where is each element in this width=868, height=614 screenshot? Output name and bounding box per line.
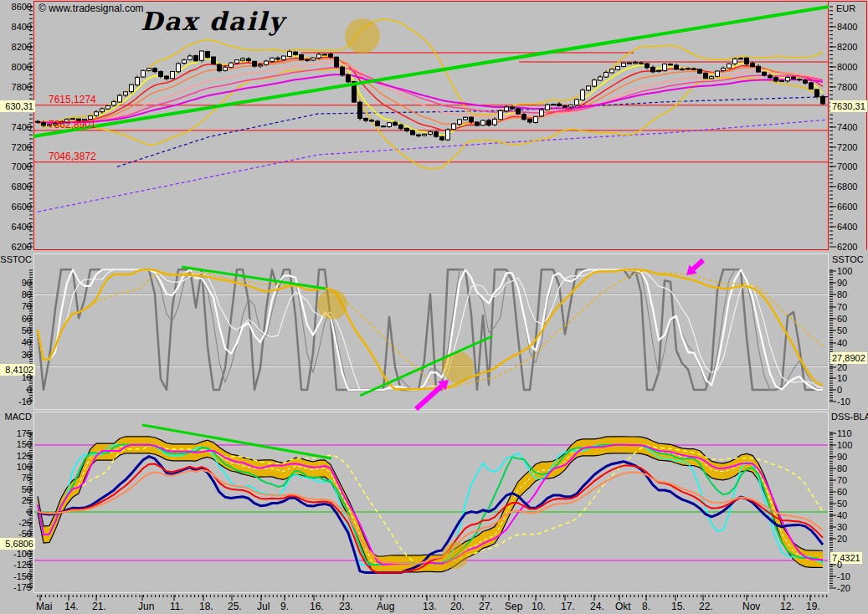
sstoc-axis-tick-right: 80 [837, 289, 847, 300]
sstoc-axis-tick-right: 100 [837, 266, 852, 277]
macd-axis-tick-left: 25 [22, 495, 32, 506]
dss-axis-tick-right: 60 [837, 487, 847, 498]
right-axis-currency-label: EUR [836, 3, 855, 14]
date-axis-label: 23. [339, 601, 353, 612]
macd-panel [34, 437, 828, 573]
sstoc-axis-tick-left: 30 [22, 350, 32, 361]
dss-axis-tick-right: -10 [837, 571, 850, 582]
date-axis-label: 19. [806, 601, 820, 612]
copyright: © www.tradesignal.com [39, 3, 144, 14]
current-price-label-right: 7630,31 [830, 100, 867, 112]
sstoc-axis-tick-right: 50 [837, 325, 847, 336]
sstoc-axis-tick-left: 90 [22, 278, 32, 289]
sstoc-axis-tick-left: 60 [22, 314, 32, 325]
sstoc-axis-tick-right: 0 [837, 385, 842, 396]
price-axis-tick-left: 7800 [12, 82, 32, 93]
macd-axis-tick-left: -125 [13, 560, 32, 571]
sstoc-axis-tick-left: 40 [22, 337, 32, 348]
date-axis-label: Jul [257, 601, 270, 612]
price-level-label: 7046,3872 [49, 151, 96, 162]
sstoc-title-right: SSTOC [832, 254, 864, 265]
sstoc-axis-tick-right: 90 [837, 278, 847, 289]
price-level-label: 7615,1274 [49, 95, 96, 105]
panel-borders [34, 2, 867, 593]
macd-axis-tick-left: -150 [13, 571, 32, 582]
price-axis-tick-left: 7000 [12, 161, 32, 172]
date-axis-label: 12. [780, 601, 794, 612]
date-axis-label: Mai [36, 601, 52, 612]
date-axis-label: 16. [310, 601, 324, 612]
tradesignal-chart-window: © www.tradesignal.com Dax daily EUR SSTO… [0, 0, 868, 614]
current-dss-label-right: 7,4321 [830, 552, 862, 564]
dss-axis-tick-right: 30 [837, 522, 847, 533]
sstoc-axis-tick-right: -10 [837, 397, 850, 407]
price-axis-tick-right: 6800 [837, 182, 857, 192]
chart-plot-area[interactable] [0, 0, 868, 614]
dss-axis-tick-right: 110 [837, 428, 852, 439]
sstoc-axis-tick-right: 10 [837, 373, 847, 384]
sstoc-axis-tick-left: 50 [22, 325, 32, 336]
chart-title: Dax daily [141, 7, 285, 36]
current-sstoc-label-right: 27,8902 [830, 352, 867, 364]
macd-axis-tick-left: 0 [27, 507, 32, 518]
price-axis-tick-right: 6600 [837, 202, 857, 212]
macd-title-left: MACD [5, 412, 32, 422]
macd-axis-tick-left: -100 [13, 549, 32, 560]
price-axis-tick-left: 8400 [12, 22, 32, 33]
date-axis-label: 25. [228, 601, 242, 612]
dss-axis-tick-right: 90 [837, 452, 847, 463]
dss-axis-tick-right: 100 [837, 440, 852, 451]
price-axis-tick-left: 6400 [12, 222, 32, 233]
current-macd-label-left: 5,6806 [0, 538, 35, 550]
price-axis-tick-right: 7400 [837, 122, 857, 133]
date-axis-label: 24. [590, 601, 604, 612]
date-axis-label: 21. [92, 601, 106, 612]
macd-axis-tick-left: -25 [18, 518, 32, 529]
sstoc-axis-tick-left: -10 [18, 397, 32, 407]
macd-axis-tick-left: 75 [22, 473, 32, 484]
date-axis-label: Jun [138, 601, 154, 612]
sstoc-title-left: SSTOC [0, 254, 32, 265]
dss-axis-tick-right: 40 [837, 510, 847, 521]
price-axis-tick-right: 6200 [837, 242, 857, 253]
macd-axis-tick-left: 150 [17, 439, 32, 450]
price-level-label: 7362,8901 [49, 120, 96, 130]
price-axis-tick-left: 7200 [12, 142, 32, 153]
date-axis-label: 15. [671, 601, 686, 612]
sstoc-axis-tick-right: 60 [837, 314, 847, 325]
date-axis-label: 9. [280, 601, 289, 612]
date-axis-label: 17. [561, 601, 575, 612]
sstoc-axis-tick-left: 10 [22, 372, 32, 383]
macd-axis-tick-left: -50 [18, 529, 32, 540]
price-axis-tick-right: 7200 [837, 142, 857, 153]
date-axis-label: 20. [450, 601, 465, 612]
price-axis-tick-left: 6200 [12, 242, 32, 253]
date-axis-label: 13. [423, 601, 437, 612]
macd-axis-tick-left: 125 [17, 451, 32, 462]
macd-title-right: DSS-BLA [831, 412, 868, 422]
dss-axis-tick-right: 50 [837, 499, 847, 509]
date-axis-label: Sep [505, 601, 522, 612]
macd-axis-tick-left: -175 [13, 582, 32, 593]
date-axis-label: Nov [742, 601, 760, 612]
price-axis-tick-left: 8600 [12, 2, 32, 13]
dss-axis-tick-right: 70 [837, 475, 847, 486]
macd-axis-tick-left: 50 [22, 484, 32, 495]
sstoc-axis-tick-left: 80 [22, 289, 32, 300]
date-axis-label: 18. [199, 601, 213, 612]
price-axis-tick-right: 8400 [837, 22, 857, 33]
sstoc-axis-tick-left: 70 [22, 301, 32, 312]
sstoc-annotations [182, 260, 703, 409]
price-axis-tick-right: 7000 [837, 161, 857, 172]
sstoc-axis-tick-right: 70 [837, 302, 847, 313]
sstoc-panel [34, 269, 828, 390]
date-axis-label: 14. [64, 601, 79, 612]
price-axis-tick-left: 6600 [12, 202, 32, 212]
price-axis-tick-left: 8000 [12, 62, 32, 73]
price-axis-tick-right: 8200 [837, 42, 857, 53]
dss-axis-tick-right: -20 [837, 583, 850, 594]
date-axis-label: Aug [377, 601, 394, 612]
current-price-label-left: 630,31 [0, 100, 35, 112]
sstoc-axis-tick-left: 0 [27, 385, 32, 396]
price-axis-tick-right: 7800 [837, 82, 857, 93]
